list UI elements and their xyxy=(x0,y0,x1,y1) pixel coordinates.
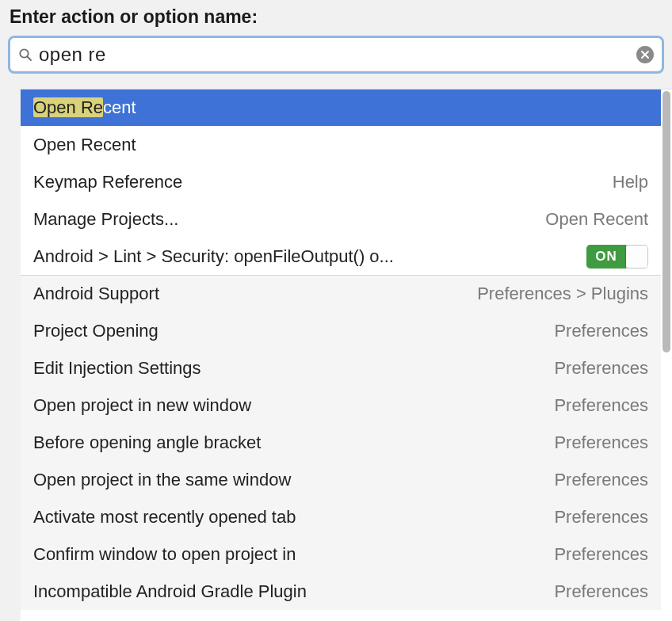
result-label: Confirm window to open project in xyxy=(33,544,296,565)
result-context: Preferences xyxy=(554,321,648,341)
result-label: Open Recent xyxy=(33,97,136,118)
result-context: Help xyxy=(613,172,648,192)
prompt-label: Enter action or option name: xyxy=(0,0,672,36)
result-context: Preferences xyxy=(554,395,648,416)
result-row[interactable]: Open Recent xyxy=(21,90,661,126)
result-label: Android Support xyxy=(33,284,159,304)
result-label: Open project in new window xyxy=(33,395,251,416)
result-context: Preferences xyxy=(554,544,648,565)
result-context: Preferences xyxy=(554,470,648,490)
result-label: Android > Lint > Security: openFileOutpu… xyxy=(33,246,394,267)
toggle-knob xyxy=(626,246,647,268)
clear-icon[interactable] xyxy=(636,46,654,63)
scrollbar[interactable] xyxy=(661,90,672,621)
result-label: Open Recent xyxy=(33,135,136,155)
result-row[interactable]: Keymap ReferenceHelp xyxy=(21,163,661,200)
result-row[interactable]: Open project in new windowPreferences xyxy=(21,387,661,424)
result-label: Manage Projects... xyxy=(33,209,178,230)
result-context: Open Recent xyxy=(545,209,648,230)
toggle-on-label: ON xyxy=(586,245,626,269)
result-row[interactable]: Incompatible Android Gradle PluginPrefer… xyxy=(21,573,661,610)
result-context: Preferences xyxy=(554,581,648,602)
result-context: Preferences > Plugins xyxy=(477,284,648,304)
result-row[interactable]: Confirm window to open project inPrefere… xyxy=(21,535,661,573)
result-context: Preferences xyxy=(554,432,648,453)
result-row[interactable]: Before opening angle bracketPreferences xyxy=(21,424,661,461)
search-icon xyxy=(18,48,32,62)
results-panel: Open RecentOpen RecentKeymap ReferenceHe… xyxy=(21,89,672,621)
result-row[interactable]: Edit Injection SettingsPreferences xyxy=(21,349,661,387)
search-input[interactable] xyxy=(39,44,636,66)
result-label: Before opening angle bracket xyxy=(33,432,261,453)
result-label: Edit Injection Settings xyxy=(33,358,201,379)
result-context: Preferences xyxy=(554,507,648,528)
result-row[interactable]: Android > Lint > Security: openFileOutpu… xyxy=(21,238,661,275)
result-row[interactable]: Open Recent xyxy=(21,126,661,163)
toggle-switch[interactable]: ON xyxy=(586,245,648,269)
result-row[interactable]: Android SupportPreferences > Plugins xyxy=(21,275,661,312)
search-field[interactable] xyxy=(8,36,664,74)
result-row[interactable]: Open project in the same windowPreferenc… xyxy=(21,461,661,498)
result-row[interactable]: Project OpeningPreferences xyxy=(21,312,661,349)
result-label: Incompatible Android Gradle Plugin xyxy=(33,581,307,602)
result-label: Open project in the same window xyxy=(33,470,291,490)
scroll-thumb[interactable] xyxy=(662,91,670,352)
result-row[interactable]: Manage Projects...Open Recent xyxy=(21,200,661,238)
result-label: Keymap Reference xyxy=(33,172,182,192)
result-context: Preferences xyxy=(554,358,648,379)
svg-line-1 xyxy=(28,57,32,61)
result-row[interactable]: Activate most recently opened tabPrefere… xyxy=(21,498,661,535)
result-label: Project Opening xyxy=(33,321,158,341)
result-label: Activate most recently opened tab xyxy=(33,507,296,528)
